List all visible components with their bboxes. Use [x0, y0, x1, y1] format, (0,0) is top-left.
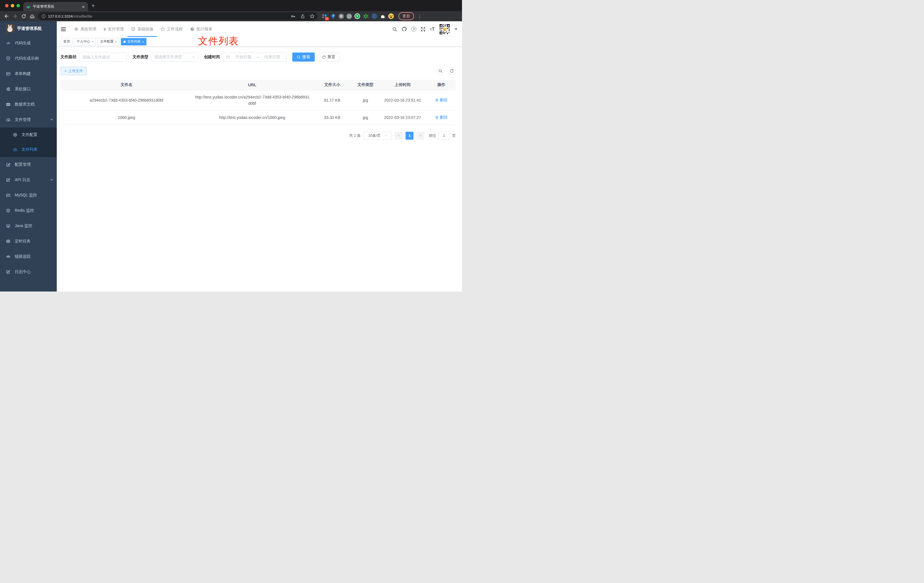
date-range-picker[interactable]: 开始日期 - 结束日期: [223, 53, 287, 61]
search-button[interactable]: 搜索: [292, 53, 315, 61]
forward-button[interactable]: [12, 13, 19, 20]
upload-file-button[interactable]: + 上传文件: [61, 67, 87, 75]
sidebar-item-file-config[interactable]: 文件配置: [0, 127, 57, 142]
tag-profile[interactable]: 个人中心×: [74, 38, 96, 45]
new-tab-button[interactable]: +: [91, 2, 95, 9]
fullscreen-icon[interactable]: [421, 27, 426, 32]
emoji-extension-icon[interactable]: [388, 13, 394, 19]
maximize-window-button[interactable]: [16, 4, 20, 7]
menu-workflow[interactable]: 工作流程: [157, 21, 186, 37]
menu-infrastructure[interactable]: 基础设施: [127, 21, 157, 37]
yen-icon: ¥: [104, 27, 106, 31]
sidebar-item-db-doc[interactable]: 数据库文档: [0, 97, 57, 112]
sidebar-item-config-management[interactable]: 配置管理: [0, 157, 57, 172]
site-info-icon[interactable]: [41, 14, 46, 18]
refresh-table-button[interactable]: [448, 67, 456, 75]
main-panel: 系统管理 ¥ 支付管理 基础设施 工作流程: [57, 21, 462, 292]
sidebar-item-system-api[interactable]: 系统接口: [0, 81, 57, 97]
file-type-select[interactable]: 请选择文件类型: [151, 53, 198, 61]
cell-file-size: 33.33 KB: [312, 111, 353, 125]
delete-button[interactable]: 删除: [435, 114, 447, 121]
toggle-search-button[interactable]: [436, 67, 444, 75]
close-icon[interactable]: ×: [115, 40, 117, 43]
sidebar-item-java-monitor[interactable]: Java 监控: [0, 218, 57, 234]
close-icon[interactable]: ×: [92, 40, 93, 43]
puzzle-extensions-icon[interactable]: [380, 13, 386, 19]
col-url: URL: [192, 80, 312, 90]
form-grid-icon: [6, 71, 11, 76]
sidebar-item-mysql-monitor[interactable]: MySQL 监控: [0, 188, 57, 203]
header-search-icon[interactable]: [392, 27, 397, 32]
sidebar-logo[interactable]: 芋道管理系统: [0, 21, 57, 35]
table-row[interactable]: 1000.jpeg http://test.yudao.iocoder.cn/1…: [61, 111, 456, 125]
close-window-button[interactable]: [5, 4, 8, 7]
share-icon[interactable]: [299, 13, 306, 20]
home-button[interactable]: [28, 13, 36, 20]
tab-title: 芋道管理系统: [33, 4, 81, 9]
reload-button[interactable]: [20, 13, 27, 20]
table-row[interactable]: a294ecb2-73dd-4353-bf40-296b8931d0bf htt…: [61, 90, 456, 111]
file-path-label: 文件路径: [61, 55, 76, 59]
help-icon[interactable]: ?: [411, 27, 416, 31]
tag-file-config[interactable]: 文件配置×: [97, 38, 119, 45]
address-bar[interactable]: 127.0.0.1:1024/infra/file/file: [38, 12, 318, 20]
gear-icon: [74, 27, 78, 31]
menu-statistics-report[interactable]: 统计报表: [186, 21, 216, 37]
font-size-icon[interactable]: TT: [430, 26, 435, 32]
sidebar-item-redis-monitor[interactable]: Redis 监控: [0, 203, 57, 218]
scheduled-task-icon: [6, 239, 11, 244]
dot-extension-icon[interactable]: [346, 13, 352, 19]
prev-page-button[interactable]: [395, 132, 403, 140]
avatar[interactable]: [439, 23, 450, 35]
sidebar-item-tracing[interactable]: 链路追踪: [0, 249, 57, 264]
star-extension-icon[interactable]: [363, 13, 369, 19]
tag-home[interactable]: 首页: [61, 38, 73, 45]
command-extension-icon[interactable]: ⌘: [338, 13, 344, 19]
current-page-button[interactable]: 1: [406, 132, 414, 140]
menu-payment-management[interactable]: ¥ 支付管理: [100, 21, 127, 37]
sidebar-item-code-example[interactable]: 代码生成示例: [0, 51, 57, 66]
delete-button[interactable]: 删除: [435, 97, 447, 103]
start-date-placeholder[interactable]: 开始日期: [232, 55, 255, 59]
eye-extension-icon[interactable]: [371, 13, 377, 19]
log-edit-icon: [6, 270, 11, 274]
tab-close-icon[interactable]: ×: [81, 5, 85, 9]
kite-extension-icon[interactable]: [330, 13, 336, 19]
tag-file-list[interactable]: 文件列表×: [121, 38, 147, 45]
browser-update-button[interactable]: 更新: [398, 12, 414, 20]
close-icon[interactable]: ×: [142, 40, 144, 43]
cell-upload-time: 2022-03-16 23:51:41: [378, 90, 427, 111]
caret-down-icon[interactable]: [455, 28, 457, 30]
minimize-window-button[interactable]: [11, 4, 14, 7]
password-key-icon[interactable]: [289, 13, 297, 20]
display-icon: [6, 224, 11, 228]
window-controls[interactable]: [5, 4, 20, 7]
browser-tab[interactable]: 芋道管理系统 ×: [23, 2, 88, 11]
refresh-icon: [322, 55, 326, 59]
back-button[interactable]: [3, 13, 10, 20]
goto-page-input[interactable]: [439, 132, 450, 140]
bookmark-star-icon[interactable]: [309, 13, 316, 20]
reset-button[interactable]: 重置: [318, 53, 340, 61]
briefcase-icon: [161, 27, 165, 31]
sidebar-item-form-builder[interactable]: 表单构建: [0, 66, 57, 81]
file-path-input[interactable]: [79, 53, 127, 61]
sidebar-item-file-list[interactable]: 文件列表: [0, 142, 57, 157]
end-date-placeholder[interactable]: 结束日期: [261, 55, 284, 59]
github-icon[interactable]: [401, 26, 407, 32]
sidebar-fold-icon[interactable]: [61, 21, 66, 37]
sidebar-item-api-log[interactable]: API 日志: [0, 172, 57, 188]
sidebar-item-log-center[interactable]: 日志中心: [0, 264, 57, 279]
menu-system-management[interactable]: 系统管理: [70, 21, 100, 37]
page-size-select[interactable]: 10条/页: [363, 132, 392, 140]
url-text[interactable]: 127.0.0.1:1024/infra/file/file: [48, 14, 287, 18]
y-extension-icon[interactable]: Y: [355, 13, 360, 19]
pinned-extension-icon[interactable]: 11: [322, 13, 327, 19]
next-page-button[interactable]: [416, 132, 424, 140]
cell-file-size: 81.17 KB: [312, 90, 353, 111]
browser-menu-icon[interactable]: ⋮: [417, 14, 422, 18]
sidebar-item-cron-job[interactable]: 定时任务: [0, 234, 57, 249]
file-table: 文件名 URL 文件大小 文件类型 上传时间 操作 a294ecb2-73dd-…: [61, 80, 456, 125]
sidebar-item-file-management[interactable]: 文件管理: [0, 112, 57, 127]
sidebar-item-code-generation[interactable]: </> 代码生成: [0, 35, 57, 51]
